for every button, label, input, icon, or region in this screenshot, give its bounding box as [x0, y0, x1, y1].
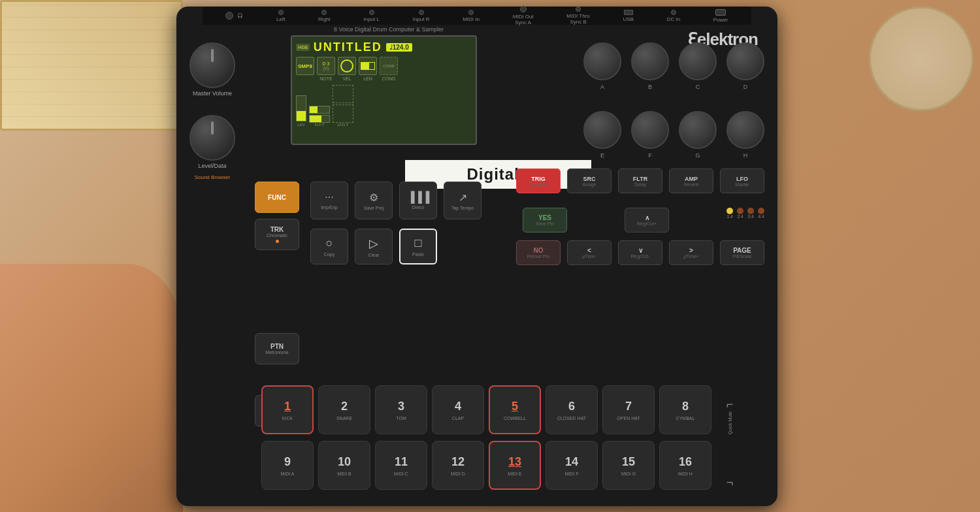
ptn-button[interactable]: PTN Metronome [255, 333, 299, 364]
pad-7-number: 7 [625, 400, 632, 413]
pad-tom[interactable]: 3 TOM [375, 385, 427, 434]
knob-b[interactable] [631, 42, 669, 80]
pad-clap[interactable]: 4 CLAP [432, 385, 484, 434]
connector-midi-thru: MIDI ThruSync B [566, 7, 589, 25]
knob-a[interactable] [583, 42, 621, 80]
pad-midi-f[interactable]: 14 MIDI F [546, 441, 598, 490]
headphone-connector [225, 12, 233, 20]
copy-label: Copy [324, 252, 335, 257]
ptn-label: PTN [270, 343, 284, 350]
knob-e[interactable] [583, 111, 621, 149]
pad-6-number: 6 [568, 400, 575, 413]
scale-label-1: 1:4 [727, 214, 733, 219]
pad-kick[interactable]: 1 KICK [261, 385, 314, 434]
save-proj-button[interactable]: ⚙ Save Proj [355, 182, 393, 219]
func-row2: ○ Copy ▷ Clear □ Paste [310, 229, 437, 264]
screen-display: H08 UNTITLED ♩124.0 SMP 8 D 3 [291, 35, 477, 145]
background-book [0, 0, 183, 131]
direct-button[interactable]: ▐▐▐ Direct [399, 182, 437, 219]
yes-button[interactable]: YES Save Ptn [523, 208, 567, 232]
pad-midi-e[interactable]: 13 MIDI E [489, 441, 541, 490]
right-knobs-row1: A B C D [583, 42, 764, 90]
right-knobs-row2: E F G H [583, 111, 764, 159]
pad-midi-d-label: MIDI D [451, 472, 465, 476]
connector-dc-in: DC In [667, 10, 680, 22]
pad-midi-d[interactable]: 12 MIDI D [432, 441, 484, 490]
pad-cymbal[interactable]: 8 CYMBAL [659, 385, 711, 434]
pad-midi-g-label: MIDI G [621, 472, 636, 476]
connector-midi-in: MIDI In [463, 10, 480, 22]
pad-midi-a[interactable]: 9 MIDI A [261, 441, 314, 490]
amp-button[interactable]: AMP Reverb [669, 168, 713, 193]
pad-open-hat-label: OPEN HAT [617, 416, 640, 421]
utime-plus-button[interactable]: > μTime+ [669, 240, 713, 265]
trk-indicator-dot [276, 240, 279, 243]
trk-button[interactable]: TRK Chromatic [255, 219, 299, 250]
master-volume-knob[interactable] [189, 42, 235, 88]
connector-right: Right [318, 10, 331, 22]
device-body: 🎧 Left Right Input L Input R MIDI In MID… [176, 7, 777, 506]
pad-12-number: 12 [451, 455, 465, 469]
quick-mute-bracket-bottom: ¬ [727, 476, 734, 490]
knob-h[interactable] [727, 111, 764, 149]
device-subtitle: 8 Voice Digital Drum Computer & Sampler [291, 26, 487, 33]
paste-label: Paste [412, 252, 424, 257]
screen-param-cond: COND COND [380, 57, 398, 81]
screen-area: 8 Voice Digital Drum Computer & Sampler … [291, 26, 487, 145]
screen-param-smp: SMP 8 [296, 57, 314, 81]
pad-open-hat[interactable]: 7 OPEN HAT [602, 385, 655, 434]
screen-row2: LEV FLT.T LFO.T [296, 85, 472, 127]
knob-g[interactable] [679, 111, 717, 149]
page-button[interactable]: PAGE Fill/Scale [720, 240, 764, 265]
knob-c-group: C [679, 42, 717, 90]
master-volume-label: Master Volume [193, 90, 232, 97]
scale-label-2: 2:4 [737, 214, 743, 219]
trk-label: TRK [270, 226, 284, 233]
copy-button[interactable]: ○ Copy [310, 229, 348, 264]
connector-left: Left [276, 10, 285, 22]
knob-f[interactable] [631, 111, 669, 149]
pad-midi-b[interactable]: 10 MIDI B [318, 441, 370, 490]
trig-label: TRIG [531, 176, 546, 182]
quick-mute-bottom: ¬ [716, 476, 743, 490]
pad-cowbell[interactable]: 5 COWBELL [489, 385, 541, 434]
no-button[interactable]: NO Reload Ptn [516, 240, 561, 265]
nav-row2: NO Reload Ptn < μTime- ∨ Rtrg/Oct- > μTi… [516, 240, 764, 265]
pad-16-number: 16 [679, 455, 692, 469]
pad-midi-h[interactable]: 16 MIDI H [659, 441, 711, 490]
lfo-button[interactable]: LFO Master [720, 168, 764, 193]
clear-label: Clear [368, 253, 380, 257]
pad-midi-c[interactable]: 11 MIDI C [375, 441, 427, 490]
quick-mute-button[interactable]: ⌐ Quick Mute [716, 398, 743, 434]
imp-exp-button[interactable]: ··· Imp/Exp [310, 182, 348, 219]
src-label: SRC [583, 176, 595, 182]
scale-dot-1 [727, 208, 733, 214]
pad-9-number: 9 [284, 455, 291, 469]
amp-label: AMP [685, 176, 698, 182]
pad-midi-c-label: MIDI C [394, 472, 408, 476]
trig-button[interactable]: TRIG Quantize [516, 168, 561, 193]
fltr-button[interactable]: FLTR Delay [618, 168, 662, 193]
pad-midi-f-label: MIDI F [565, 472, 579, 476]
pad-closed-hat[interactable]: 6 CLOSED HAT [546, 385, 598, 434]
knob-b-label: B [648, 84, 652, 90]
quick-mute-bracket-top: ⌐ [727, 398, 734, 411]
knob-h-group: H [727, 111, 764, 159]
clear-button[interactable]: ▷ Clear [355, 229, 393, 264]
pad-midi-h-label: MIDI H [678, 472, 693, 476]
level-data-knob[interactable] [189, 115, 235, 161]
utime-minus-button[interactable]: < μTime- [567, 240, 612, 265]
screen-header: H08 UNTITLED ♩124.0 [296, 40, 472, 54]
src-button[interactable]: SRC Assign [567, 168, 612, 193]
knob-d[interactable] [727, 42, 764, 80]
rtrg-oct-down-button[interactable]: ∨ Rtrg/Oct- [618, 240, 662, 265]
tap-tempo-button[interactable]: ↗ Tap Tempo [444, 182, 482, 219]
rtrg-oct-up-button[interactable]: ∧ Rtrg/Oct+ [625, 208, 669, 232]
paste-button[interactable]: □ Paste [399, 229, 437, 264]
pad-snare[interactable]: 2 SNARE [318, 385, 370, 434]
param-buttons-row: TRIG Quantize SRC Assign FLTR Delay AMP … [516, 168, 764, 193]
func-button[interactable]: FUNC [255, 182, 299, 213]
pad-midi-g[interactable]: 15 MIDI G [602, 441, 655, 490]
knob-c[interactable] [679, 42, 717, 80]
scale-dots-row: 1:4 2:4 3:4 4:4 [727, 208, 764, 219]
